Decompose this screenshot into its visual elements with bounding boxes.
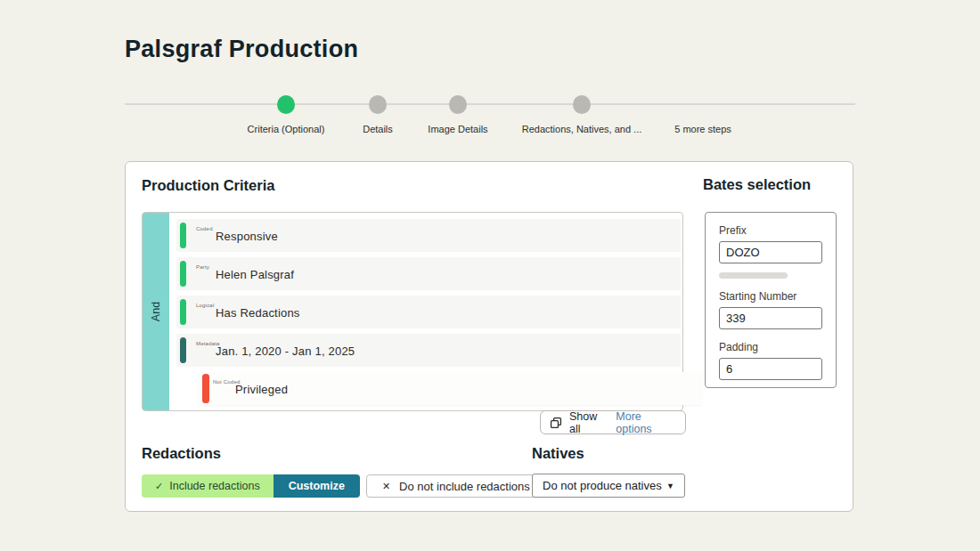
criteria-type-bar — [202, 374, 209, 403]
criteria-row[interactable]: Party Helen Palsgraf — [176, 257, 681, 290]
criteria-row[interactable]: Logical Has Redactions — [176, 296, 681, 328]
include-redactions-label: Include redactions — [169, 480, 259, 492]
page-title: Palsgraf Production — [125, 36, 358, 63]
redactions-title: Redactions — [142, 445, 221, 462]
stepper-step[interactable]: 5 more steps — [627, 95, 779, 134]
chevron-down-icon: ▼ — [666, 482, 674, 490]
step-dot-icon — [449, 95, 467, 114]
natives-title: Natives — [532, 445, 584, 462]
step-dot-icon — [277, 95, 295, 114]
criteria-tag: Party — [196, 264, 209, 270]
prefix-label: Prefix — [719, 224, 822, 237]
page: Palsgraf Production Criteria (Optional) … — [0, 0, 980, 551]
customize-button[interactable]: Customize — [274, 474, 360, 498]
production-criteria-title: Production Criteria — [142, 177, 274, 194]
padding-label: Padding — [719, 341, 822, 353]
criteria-type-bar — [180, 261, 186, 287]
criteria-label: Jan. 1, 2020 - Jan 1, 2025 — [216, 344, 355, 358]
exclude-redactions-label: Do not include redactions — [399, 480, 530, 493]
wizard-stepper: Criteria (Optional) Details Image Detail… — [125, 95, 855, 138]
natives-dropdown-value: Do not produce natives — [543, 479, 662, 492]
operator-column: And — [143, 213, 169, 410]
criteria-tag: Coded — [196, 226, 213, 231]
natives-dropdown[interactable]: Do not produce natives ▼ — [532, 474, 685, 498]
more-options-link[interactable]: More options — [616, 410, 676, 435]
criteria-type-bar — [180, 299, 186, 325]
starting-number-input[interactable] — [719, 307, 822, 329]
criteria-type-bar — [180, 223, 186, 248]
check-icon: ✓ — [155, 481, 163, 492]
criteria-rows: Coded Responsive Party Helen Palsgraf Lo… — [176, 219, 681, 410]
bates-selection-box: Prefix Starting Number Padding — [705, 212, 837, 388]
criteria-box: And Coded Responsive Party Helen Palsgra… — [142, 212, 683, 411]
criteria-tag: Logical — [196, 303, 214, 308]
x-icon: ✕ — [382, 481, 390, 492]
prefix-progress-pill — [719, 272, 788, 279]
redactions-buttons: ✓ Include redactions Customize ✕ Do not … — [142, 474, 546, 498]
criteria-label: Has Redactions — [216, 306, 300, 320]
include-redactions-button[interactable]: ✓ Include redactions — [142, 474, 274, 498]
bates-selection-title: Bates selection — [703, 176, 811, 193]
copy-icon — [550, 417, 562, 429]
criteria-type-bar — [180, 337, 186, 363]
show-all-button[interactable]: Show all — [569, 410, 608, 435]
step-dot-icon — [573, 95, 591, 114]
criteria-label: Responsive — [216, 230, 278, 243]
criteria-footer-popup: Show all More options — [540, 410, 686, 434]
prefix-input[interactable] — [719, 241, 822, 263]
starting-number-label: Starting Number — [719, 290, 822, 303]
criteria-row[interactable]: Coded Responsive — [176, 219, 681, 252]
criteria-label: Privileged — [235, 383, 288, 396]
exclude-redactions-button[interactable]: ✕ Do not include redactions — [366, 474, 546, 498]
production-card: Production Criteria And Coded Responsive… — [125, 161, 853, 512]
customize-label: Customize — [289, 480, 345, 492]
operator-label: And — [150, 302, 162, 321]
criteria-row[interactable]: Not Coded Privileged — [198, 372, 702, 405]
padding-input[interactable] — [719, 358, 822, 380]
step-label: 5 more steps — [627, 124, 779, 134]
criteria-label: Helen Palsgraf — [216, 268, 294, 281]
criteria-row[interactable]: Metadata Jan. 1, 2020 - Jan 1, 2025 — [176, 334, 681, 367]
